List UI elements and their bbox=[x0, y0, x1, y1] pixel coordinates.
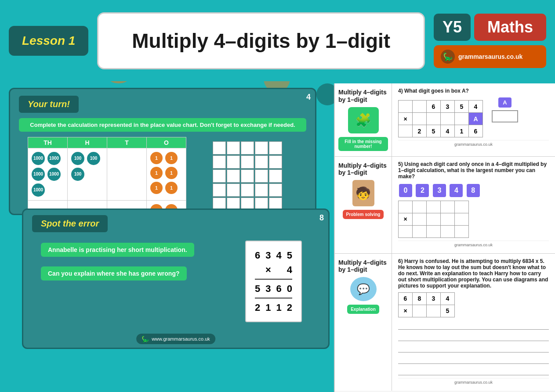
digit-card-2: 2 bbox=[416, 184, 429, 197]
ws-right-3: 6) Harry is confused. He is attempting t… bbox=[392, 254, 555, 391]
grammarsaurus-icon: 🦕 bbox=[441, 50, 455, 64]
ws-title-2: Multiply 4–digits by 1–digit bbox=[338, 162, 388, 177]
h-circle: 100 bbox=[71, 168, 84, 181]
th-circle: 1000 bbox=[47, 168, 61, 181]
your-turn-header: Your turn! bbox=[19, 96, 79, 113]
page-title: Multiply 4–digits by 1–digit bbox=[132, 29, 390, 53]
ws-grid-3: 6 8 3 4 × 5 bbox=[398, 292, 455, 317]
answer-line-1 bbox=[398, 321, 549, 330]
grid-cell bbox=[269, 141, 282, 155]
year-badge: Y5 bbox=[434, 14, 471, 41]
grid-cell bbox=[241, 169, 254, 183]
th-cell: 1000 1000 1000 1000 1000 bbox=[28, 148, 68, 201]
ws-section-3: Multiply 4–digits by 1–digit 💬 Explanati… bbox=[335, 254, 555, 391]
person-icon: 🧒 bbox=[352, 180, 374, 206]
th-circle: 1000 bbox=[32, 183, 45, 197]
grid-cell bbox=[241, 141, 254, 155]
ws-section-1: Multiply 4–digits by 1–digit 🧩 Fill in t… bbox=[335, 83, 555, 157]
title-box: Multiply 4–digits by 1–digit bbox=[97, 12, 425, 69]
answer-line-4 bbox=[398, 355, 549, 364]
chat-bubble-icon: 💬 bbox=[350, 277, 377, 301]
digit-card-3: 3 bbox=[433, 184, 446, 197]
box-A-answer: A bbox=[492, 97, 518, 122]
slide-your-turn: 4 Your turn! Complete the calculation re… bbox=[9, 88, 316, 215]
explanation-btn: Explanation bbox=[347, 305, 379, 314]
grid-cell bbox=[255, 183, 268, 197]
slide2-footer: 🦕 www.grammarsaurus.co.uk bbox=[136, 334, 215, 344]
grid-cell bbox=[227, 183, 240, 197]
grid-cell bbox=[241, 183, 254, 197]
fill-missing-btn: Fill in the missing number! bbox=[338, 137, 388, 151]
o-circle: 1 bbox=[150, 182, 163, 194]
grid-cell bbox=[255, 169, 268, 183]
answer-line-2 bbox=[398, 332, 549, 341]
mult-divider bbox=[255, 279, 292, 280]
grid-cell bbox=[269, 183, 282, 197]
main-content: 4 Your turn! Complete the calculation re… bbox=[0, 83, 555, 392]
slide-spot-error: 8 Spot the error Annabelle is practising… bbox=[22, 209, 330, 349]
puzzle-icon: 🧩 bbox=[348, 107, 379, 133]
year-maths-row: Y5 Maths bbox=[434, 14, 546, 41]
slide-2-number: 8 bbox=[319, 213, 324, 223]
slide1-content: TH H T O 1000 1000 bbox=[10, 137, 315, 215]
problem-solving-btn: Problem solving bbox=[343, 210, 384, 219]
box-A-label: A bbox=[498, 97, 511, 108]
mult-row-multiplier: × 4 bbox=[255, 263, 292, 277]
slide-1-number: 4 bbox=[306, 93, 311, 102]
digit-card-8: 8 bbox=[467, 184, 480, 197]
ws-left-3: Multiply 4–digits by 1–digit 💬 Explanati… bbox=[335, 254, 392, 391]
ws-q3: 6) Harry is confused. He is attempting t… bbox=[398, 258, 549, 289]
ws-footer-3: grammarsaurus.co.uk bbox=[398, 378, 549, 386]
answer-line-3 bbox=[398, 344, 549, 352]
grid-cell bbox=[213, 141, 226, 155]
o-circle: 1 bbox=[165, 167, 178, 179]
ws-q2: 5) Using each digit card only once in a … bbox=[398, 161, 549, 180]
grid-cell bbox=[269, 169, 282, 183]
ws-q1-content: 6 3 5 4 × A bbox=[398, 97, 549, 140]
grid-cell bbox=[227, 169, 240, 183]
grid-cell bbox=[213, 155, 226, 169]
ws-section-2: Multiply 4–digits by 1–digit 🧒 Problem s… bbox=[335, 157, 555, 254]
grid-cell bbox=[227, 141, 240, 155]
grid-cell bbox=[255, 141, 268, 155]
grid-cell bbox=[213, 183, 226, 197]
ws-footer-2: grammarsaurus.co.uk bbox=[398, 241, 549, 249]
mult-row1: 6 3 4 5 bbox=[255, 248, 292, 263]
o-circle: 1 bbox=[165, 182, 178, 194]
place-value-area: TH H T O 1000 1000 bbox=[19, 137, 195, 215]
instruction-box: Complete the calculation represented in … bbox=[19, 118, 306, 132]
grid-cell bbox=[213, 169, 226, 183]
lesson-badge: Lesson 1 bbox=[9, 26, 88, 56]
slides-area: 4 Your turn! Complete the calculation re… bbox=[0, 83, 334, 392]
th-header: TH bbox=[28, 137, 68, 148]
box-A-cell: A bbox=[469, 113, 483, 125]
answer-box-1 bbox=[492, 110, 518, 122]
ws-title-3: Multiply 4–digits by 1–digit bbox=[338, 259, 388, 274]
ws-grid-2: × bbox=[398, 201, 469, 238]
answer-lines bbox=[398, 321, 549, 375]
ws-footer-1: grammarsaurus.co.uk bbox=[398, 140, 549, 148]
maths-badge: Maths bbox=[474, 14, 546, 41]
t-cell bbox=[107, 148, 147, 201]
h-circle: 100 bbox=[87, 152, 100, 165]
o-circle: 1 bbox=[165, 152, 178, 164]
explain-text: Can you explain where she has gone wrong… bbox=[41, 266, 187, 281]
grid-cell bbox=[241, 155, 254, 169]
multiplication-display: 6 3 4 5 × 4 5 3 6 0 bbox=[245, 241, 302, 322]
ws-right-2: 5) Using each digit card only once in a … bbox=[392, 157, 555, 253]
grid-cell bbox=[269, 155, 282, 169]
mult-result1: 5 3 6 0 bbox=[255, 281, 292, 296]
answer-grid-area bbox=[213, 137, 282, 215]
grammarsaurus-badge: 🦕 grammarsaurus.co.uk bbox=[434, 45, 546, 68]
o-circle: 1 bbox=[150, 167, 163, 179]
digit-card-0: 0 bbox=[399, 184, 412, 197]
spot-error-header: Spot the error bbox=[32, 215, 108, 232]
ws-right-1: 4) What digit goes in box A? 6 3 5 4 × bbox=[392, 83, 555, 156]
place-value-table: TH H T O 1000 1000 bbox=[28, 137, 186, 215]
mult-divider2 bbox=[255, 298, 292, 298]
th-circle: 1000 bbox=[32, 168, 45, 181]
o-circle: 1 bbox=[150, 152, 163, 164]
header-right: Y5 Maths 🦕 grammarsaurus.co.uk bbox=[434, 14, 546, 68]
th-circle: 1000 bbox=[32, 152, 45, 165]
grid-cell bbox=[255, 155, 268, 169]
